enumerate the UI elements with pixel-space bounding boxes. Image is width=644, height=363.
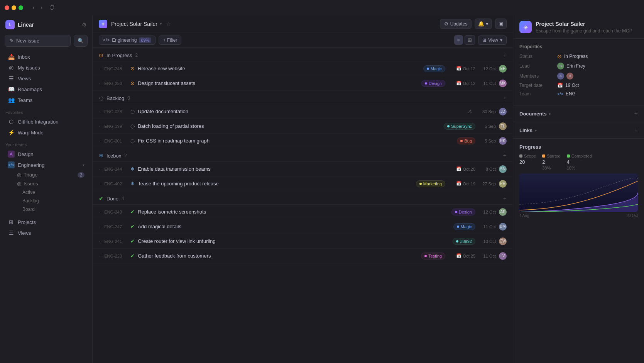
issue-tag: Marketing — [416, 180, 445, 187]
view-controls: ≡ ⊞ — [454, 35, 475, 45]
minimize-button[interactable] — [12, 5, 16, 10]
issue-tags: Design — [451, 209, 475, 215]
panel-top: ◈ Project Solar Sailer Escape from the g… — [513, 15, 644, 39]
team-row: Team </> ENG — [519, 91, 638, 97]
group-status-icon: ⊙ — [99, 52, 103, 58]
navigation-controls: ‹ › ⏱ — [31, 3, 57, 12]
layout-button[interactable]: ▣ — [495, 19, 507, 29]
issue-title: Release new website — [138, 66, 420, 71]
sidebar-item-triage[interactable]: ◎ Triage 2 — [2, 170, 90, 179]
right-panel: ◈ Project Solar Sailer Escape from the g… — [513, 15, 644, 363]
table-row[interactable]: ··· ENG-344 ❄ Enable data transmission b… — [93, 162, 513, 176]
issue-due-date: 📅Oct 12 — [448, 81, 475, 86]
completed-dot — [567, 154, 570, 158]
sidebar-item-warp[interactable]: ⚡ Warp Mode — [2, 127, 90, 138]
completed-legend: Completed 4 16% — [567, 154, 592, 170]
links-title: Links ▸ — [519, 127, 537, 133]
table-row[interactable]: ··· ENG-028 ◌ Update documentation ⚠ 30 … — [93, 104, 513, 119]
table-row[interactable]: ··· ENG-249 ✔ Replace isometric screensh… — [93, 205, 513, 219]
scope-value: 20 — [519, 159, 536, 165]
sidebar-item-teams[interactable]: 👥 Teams — [2, 95, 90, 105]
issue-tag: Magic — [423, 65, 445, 72]
history-button[interactable]: ⏱ — [47, 3, 57, 12]
tag-dot — [424, 255, 427, 257]
group-add-button[interactable]: + — [503, 95, 507, 102]
list-view-button[interactable]: ≡ — [454, 35, 463, 45]
sidebar-item-projects[interactable]: ⊞ Projects — [2, 217, 90, 227]
sidebar-item-active[interactable]: Active — [2, 188, 90, 197]
issue-status-icon: ✔ — [130, 253, 135, 259]
table-row[interactable]: ··· ENG-199 ◌ Batch loading of partial s… — [93, 119, 513, 134]
target-date-value: 📅 19 Oct — [557, 83, 579, 88]
sidebar-settings-button[interactable]: ⚙ — [82, 22, 87, 28]
filter-chip-code-icon: </> — [103, 37, 110, 43]
forward-button[interactable]: › — [39, 3, 44, 12]
issue-date2: 11 Oct — [478, 224, 496, 229]
sidebar-item-design[interactable]: A Design — [2, 149, 90, 159]
links-header[interactable]: Links ▸ + — [519, 127, 638, 134]
member-avatar-1: A — [557, 73, 564, 80]
sidebar-header: L Linear ⚙ — [0, 15, 92, 32]
grid-view-button[interactable]: ⊞ — [465, 35, 475, 45]
table-row[interactable]: ··· ENG-247 ✔ Add magical details Magic … — [93, 219, 513, 234]
drag-handle: ··· — [99, 124, 101, 129]
view-dropdown-button[interactable]: ⊞ View ▾ — [478, 36, 507, 45]
group-add-button[interactable]: + — [503, 195, 507, 202]
view-label: View — [488, 37, 498, 43]
issue-date2: 11 Oct — [478, 81, 496, 86]
maximize-button[interactable] — [19, 5, 23, 10]
sidebar-item-board[interactable]: Board — [2, 205, 90, 214]
table-row[interactable]: ··· ENG-402 ❄ Tease the upcoming product… — [93, 176, 513, 191]
links-add-button[interactable]: + — [634, 127, 638, 134]
issue-due-date: 📅Oct 19 — [448, 181, 475, 186]
issues-container[interactable]: ⊙ In Progress 2 + ··· ENG-248 ⊙ Release … — [93, 48, 513, 363]
back-button[interactable]: ‹ — [31, 3, 36, 12]
sidebar-item-my-issues[interactable]: ◎ My issues — [2, 62, 90, 73]
sidebar-item-inbox[interactable]: 📥 Inbox — [2, 51, 90, 62]
issue-title: Enable data transmission beams — [138, 166, 442, 172]
bell-button[interactable]: 🔔 ▾ — [475, 19, 492, 29]
drag-handle: ··· — [99, 167, 101, 171]
table-row[interactable]: ··· ENG-248 ⊙ Release new website Magic … — [93, 61, 513, 76]
new-issue-button[interactable]: ✎ New issue — [5, 35, 71, 47]
add-filter-button[interactable]: + Filter — [159, 36, 181, 45]
group-add-button[interactable]: + — [503, 152, 507, 159]
group-add-button[interactable]: + — [503, 52, 507, 59]
tag-dot — [425, 82, 427, 85]
issue-status-icon: ✔ — [130, 224, 135, 229]
issue-date2: 8 Oct — [478, 167, 496, 171]
sidebar-item-github[interactable]: ⬡ GitHub Integration — [2, 116, 90, 127]
updates-button[interactable]: ⚙ Updates — [440, 19, 472, 29]
tag-dot — [460, 140, 463, 142]
table-row[interactable]: ··· ENG-201 ◌ Fix CSS in roadmap team gr… — [93, 134, 513, 148]
star-button[interactable]: ☆ — [166, 21, 171, 27]
sidebar-item-backlog[interactable]: Backlog — [2, 197, 90, 205]
documents-add-button[interactable]: + — [634, 110, 638, 117]
table-row[interactable]: ··· ENG-220 ✔ Gather feedback from custo… — [93, 249, 513, 263]
close-button[interactable] — [5, 5, 9, 10]
sidebar-item-views2[interactable]: ☰ Views — [2, 227, 90, 238]
sidebar-item-roadmaps-label: Roadmaps — [18, 87, 42, 92]
table-row[interactable]: ··· ENG-250 ⊙ Design translucent assets … — [93, 76, 513, 91]
sidebar-item-issues[interactable]: ◎ Issues — [2, 179, 90, 188]
chevron-down-icon: ▾ — [83, 163, 85, 167]
project-title: Project Solar Sailer ▾ — [111, 21, 162, 27]
issue-id: ENG-199 — [104, 124, 127, 129]
traffic-lights — [5, 5, 23, 10]
sidebar-item-roadmaps[interactable]: 📖 Roadmaps — [2, 84, 90, 95]
lead-row: Lead EF Erin Frey — [519, 63, 638, 70]
documents-header[interactable]: Documents ▸ + — [519, 110, 638, 117]
member-avatar-2: B — [566, 73, 573, 80]
engineering-filter-chip[interactable]: </> Engineering 89% — [99, 36, 156, 45]
search-button[interactable]: 🔍 — [74, 35, 88, 47]
group-label: Icebox — [106, 153, 121, 159]
status-indicator-icon: ⊙ — [557, 53, 562, 59]
your-teams-label: Your teams — [0, 138, 92, 149]
sidebar-item-views-label: Views — [18, 76, 31, 81]
issue-status-icon: ✔ — [130, 209, 135, 215]
table-row[interactable]: ··· ENG-241 ✔ Create router for view lin… — [93, 234, 513, 249]
sidebar-item-engineering[interactable]: </> Engineering ▾ — [2, 159, 90, 170]
calendar-icon: 📅 — [557, 83, 563, 88]
sidebar-item-views[interactable]: ☰ Views — [2, 73, 90, 84]
target-date-value-text: 19 Oct — [565, 83, 579, 88]
